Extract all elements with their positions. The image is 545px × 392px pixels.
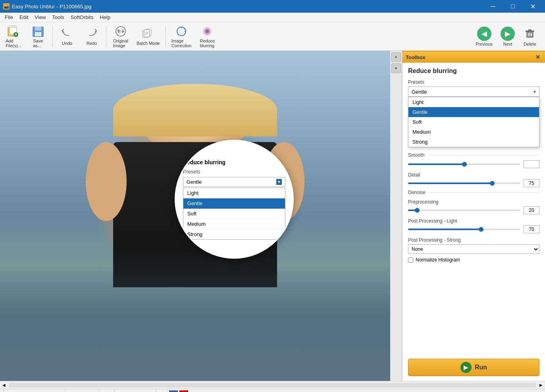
smooth-slider-row xyxy=(408,160,539,168)
scroll-right-arrow[interactable]: ▶ xyxy=(537,381,545,389)
minimize-button[interactable]: ─ xyxy=(484,0,502,13)
batch-mode-button[interactable]: Batch Mode xyxy=(133,24,163,49)
toolbar: + AddFile(s)... Saveas... Undo xyxy=(0,22,545,51)
preset-option-strong[interactable]: Strong xyxy=(408,137,539,147)
normalize-label[interactable]: Normalize Histogram xyxy=(416,257,460,263)
smooth-separator xyxy=(427,155,539,156)
add-files-icon: + xyxy=(7,25,20,38)
post-strong-select[interactable]: None Light Medium Strong xyxy=(408,244,539,254)
detail-value-input[interactable] xyxy=(524,179,539,187)
svg-text:+: + xyxy=(14,32,17,37)
preprocessing-track[interactable] xyxy=(408,209,520,211)
previous-button[interactable]: ◀ Previous xyxy=(472,24,496,49)
next-button[interactable]: ▶ Next xyxy=(497,24,518,49)
image-correction-button[interactable]: ImageCorrection xyxy=(168,24,195,49)
svg-point-21 xyxy=(206,30,209,33)
magnifier-content: Reduce blurring Presets Gentle▼ Light Ge… xyxy=(176,141,293,257)
batch-icon xyxy=(142,27,154,40)
post-strong-label: Post Processing - Strong xyxy=(408,237,539,243)
menu-help[interactable]: Help xyxy=(96,13,114,22)
strip-btn-1[interactable]: ≡ xyxy=(391,52,401,62)
scroll-left-arrow[interactable]: ◀ xyxy=(0,381,8,389)
toolbox-title: Toolbox xyxy=(406,54,426,60)
post-light-thumb[interactable] xyxy=(479,227,483,232)
preset-option-gentle[interactable]: Gentle xyxy=(408,107,539,117)
time-indicator: Time (s): 0.1 xyxy=(65,389,99,392)
redo-label: Redo xyxy=(87,41,97,46)
smooth-thumb[interactable] xyxy=(462,162,467,167)
original-image-button[interactable]: OriginalImage xyxy=(109,24,133,49)
smooth-section: Smooth xyxy=(408,152,539,158)
toolbox-left-strip: ≡ ≡ xyxy=(390,51,402,381)
presets-dropdown: Light Gentle Soft Medium Strong xyxy=(408,97,539,147)
save-label: Saveas... xyxy=(33,38,43,48)
menu-file[interactable]: File xyxy=(2,13,16,22)
smooth-value-input[interactable] xyxy=(524,160,539,168)
svg-rect-8 xyxy=(36,33,40,36)
undo-icon xyxy=(61,27,73,40)
correction-icon xyxy=(175,25,188,38)
preprocessing-value-input[interactable] xyxy=(524,206,539,214)
maximize-button[interactable]: □ xyxy=(504,0,522,13)
add-files-button[interactable]: + AddFile(s)... xyxy=(2,24,25,49)
separator-3 xyxy=(166,26,166,47)
undo-button[interactable]: Undo xyxy=(55,24,79,49)
add-files-label: AddFile(s)... xyxy=(6,38,21,48)
smooth-label: Smooth xyxy=(408,152,424,158)
selected-preset-text: Gentle xyxy=(412,89,427,95)
undo-label: Undo xyxy=(62,41,72,46)
smooth-track[interactable] xyxy=(408,163,520,165)
batch-label: Batch Mode xyxy=(137,41,160,46)
reduce-blurring-button[interactable]: Reduceblurring xyxy=(195,24,219,49)
post-light-track[interactable] xyxy=(408,229,520,230)
previous-label: Previous xyxy=(476,42,493,46)
detail-fill xyxy=(408,183,492,184)
toolbox-wrapper: ≡ ≡ Toolbox ✕ Reduce blurring Presets Ge… xyxy=(390,51,545,381)
image-area[interactable]: Reduce blurring Presets Gentle▼ Light Ge… xyxy=(0,51,390,381)
menu-bar: File Edit View Tools SoftOrbits Help xyxy=(0,13,545,22)
normalize-checkbox[interactable] xyxy=(408,257,413,263)
preprocessing-slider-row xyxy=(408,206,539,214)
toolbox-section-title: Reduce blurring xyxy=(408,67,539,75)
reduce-blur-icon xyxy=(201,25,214,38)
preset-option-light[interactable]: Light xyxy=(408,97,539,107)
post-light-value-input[interactable] xyxy=(524,225,539,233)
delete-icon xyxy=(524,28,535,39)
strip-btn-2[interactable]: ≡ xyxy=(391,63,401,73)
redo-button[interactable]: Redo xyxy=(80,24,104,49)
detail-track[interactable] xyxy=(408,183,520,184)
run-button[interactable]: ▶ Run xyxy=(408,359,539,376)
reduce-label: Reduceblurring xyxy=(200,38,215,48)
menu-softorbits[interactable]: SoftOrbits xyxy=(67,13,97,22)
presets-label: Presets xyxy=(408,79,539,85)
toolbox-close-button[interactable]: ✕ xyxy=(534,53,542,61)
delete-label: Delete xyxy=(524,42,536,46)
facebook-icon[interactable]: f xyxy=(169,390,178,392)
delete-button[interactable]: Delete xyxy=(520,24,540,49)
menu-edit[interactable]: Edit xyxy=(16,13,31,22)
zoom-indicator: 1:1 ⊞ − + xyxy=(3,389,65,392)
normalize-row: Normalize Histogram xyxy=(408,257,539,263)
info-indicator[interactable]: ⓘ xyxy=(156,389,168,392)
youtube-icon[interactable]: ▶ xyxy=(179,390,188,392)
run-btn-container: ▶ Run xyxy=(402,354,545,381)
menu-view[interactable]: View xyxy=(31,13,49,22)
close-button[interactable]: ✕ xyxy=(524,0,542,13)
social-icons: f ▶ xyxy=(169,390,188,392)
presets-selected[interactable]: Gentle xyxy=(408,86,539,97)
save-as-button[interactable]: Saveas... xyxy=(26,24,50,49)
scroll-track[interactable] xyxy=(9,383,536,388)
preprocessing-label: Preprocessing xyxy=(408,199,539,205)
format-indicator: JPG xyxy=(99,389,115,392)
menu-tools[interactable]: Tools xyxy=(49,13,67,22)
title-bar: 📷 Easy Photo Unblur - P1100665.jpg ─ □ ✕ xyxy=(0,0,545,13)
preset-option-soft[interactable]: Soft xyxy=(408,117,539,127)
nav-buttons: ◀ Previous ▶ Next Delete xyxy=(472,24,543,49)
svg-rect-24 xyxy=(528,29,532,31)
preset-option-medium[interactable]: Medium xyxy=(408,127,539,137)
main-content: Reduce blurring Presets Gentle▼ Light Ge… xyxy=(0,51,545,381)
detail-thumb[interactable] xyxy=(490,181,495,186)
post-light-label: Post Processing - Light xyxy=(408,218,539,224)
preprocessing-thumb[interactable] xyxy=(415,208,420,213)
status-bar: 1:1 ⊞ − + Time (s): 0.1 JPG (3264x2448x2… xyxy=(0,389,545,392)
